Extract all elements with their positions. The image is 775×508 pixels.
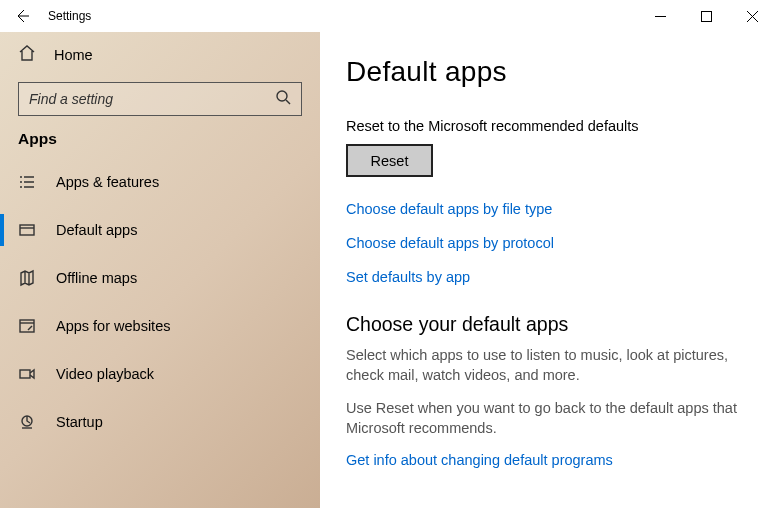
- website-icon: [18, 317, 36, 335]
- svg-rect-0: [701, 11, 711, 21]
- sidebar-item-default-apps[interactable]: Default apps: [0, 206, 320, 254]
- search-box[interactable]: [18, 82, 302, 116]
- choose-paragraph-2: Use Reset when you want to go back to th…: [346, 399, 749, 438]
- choose-paragraph-1: Select which apps to use to listen to mu…: [346, 346, 749, 385]
- startup-icon: [18, 413, 36, 431]
- video-icon: [18, 365, 36, 383]
- link-by-app[interactable]: Set defaults by app: [346, 269, 749, 285]
- list-icon: [18, 173, 36, 191]
- nav-label: Video playback: [56, 366, 154, 382]
- svg-rect-2: [20, 225, 34, 235]
- content-area: Default apps Reset to the Microsoft reco…: [320, 32, 775, 508]
- link-file-type[interactable]: Choose default apps by file type: [346, 201, 749, 217]
- search-input[interactable]: [29, 91, 259, 107]
- nav-label: Startup: [56, 414, 103, 430]
- title-bar: Settings: [0, 0, 775, 32]
- reset-description: Reset to the Microsoft recommended defau…: [346, 118, 749, 134]
- search-icon: [275, 89, 291, 109]
- nav-label: Offline maps: [56, 270, 137, 286]
- link-protocol[interactable]: Choose default apps by protocol: [346, 235, 749, 251]
- minimize-icon: [655, 11, 666, 22]
- page-title: Default apps: [346, 56, 749, 88]
- sidebar-item-video-playback[interactable]: Video playback: [0, 350, 320, 398]
- map-icon: [18, 269, 36, 287]
- home-icon: [18, 44, 36, 66]
- sidebar-item-apps-for-websites[interactable]: Apps for websites: [0, 302, 320, 350]
- arrow-left-icon: [14, 8, 30, 24]
- close-icon: [747, 11, 758, 22]
- home-label: Home: [54, 47, 93, 63]
- minimize-button[interactable]: [637, 0, 683, 32]
- reset-button[interactable]: Reset: [346, 144, 433, 177]
- svg-rect-4: [20, 370, 30, 378]
- link-info[interactable]: Get info about changing default programs: [346, 452, 749, 468]
- back-button[interactable]: [0, 0, 44, 32]
- sidebar: Home Apps Apps & features Default apps O…: [0, 32, 320, 508]
- maximize-button[interactable]: [683, 0, 729, 32]
- default-apps-icon: [18, 221, 36, 239]
- nav-label: Apps for websites: [56, 318, 170, 334]
- section-header: Apps: [0, 130, 320, 158]
- close-button[interactable]: [729, 0, 775, 32]
- nav-label: Apps & features: [56, 174, 159, 190]
- window-title: Settings: [44, 9, 91, 23]
- sidebar-item-offline-maps[interactable]: Offline maps: [0, 254, 320, 302]
- nav-label: Default apps: [56, 222, 137, 238]
- choose-header: Choose your default apps: [346, 313, 749, 336]
- maximize-icon: [701, 11, 712, 22]
- sidebar-home[interactable]: Home: [0, 32, 320, 78]
- sidebar-item-startup[interactable]: Startup: [0, 398, 320, 446]
- svg-point-1: [277, 91, 287, 101]
- sidebar-item-apps-features[interactable]: Apps & features: [0, 158, 320, 206]
